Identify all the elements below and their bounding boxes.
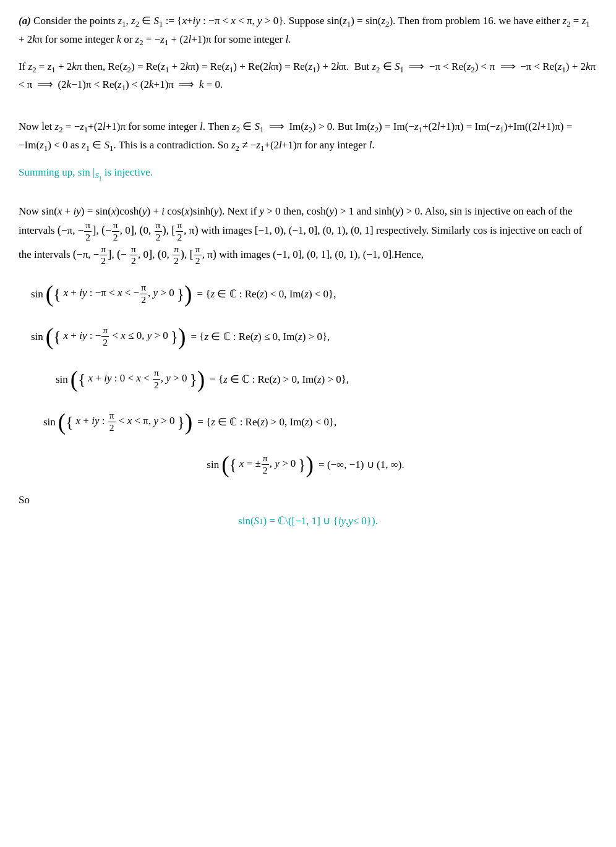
paragraph-2: If z2 = z1 + 2kπ then, Re(z2) = Re(z1 + … <box>19 58 597 95</box>
so-label: So <box>19 492 597 508</box>
display-eq-2: sin ( { x + iy : −π2 < x ≤ 0, y > 0 } ) … <box>31 321 597 352</box>
part-label: (a) <box>19 15 31 27</box>
paragraph-5: Now sin(x + iy) = sin(x)cosh(y) + i cos(… <box>19 203 597 267</box>
injective-conclusion: Summing up, sin |S1 is injective. <box>19 164 597 183</box>
display-eq-4: sin ( { x + iy : π2 < x < π, y > 0 } ) =… <box>43 406 597 438</box>
display-eq-5: sin ( { x = ±π2, y > 0 } ) = (−∞, −1) ∪ … <box>19 449 597 480</box>
display-eq-3: sin ( { x + iy : 0 < x < π2, y > 0 } ) =… <box>56 364 597 395</box>
paragraph-3: Now let z2 = −z1+(2l+1)π for some intege… <box>19 118 597 155</box>
paragraph-1: (a) Consider the points z1, z2 ∈ S1 := {… <box>19 12 597 49</box>
math-content: (a) Consider the points z1, z2 ∈ S1 := {… <box>19 12 597 532</box>
final-equation: sin(S1) = ℂ\([−1, 1] ∪ {iy, y ≤ 0}). <box>19 511 597 532</box>
display-eq-1: sin ( { x + iy : −π < x < −π2, y > 0 } )… <box>31 278 597 310</box>
